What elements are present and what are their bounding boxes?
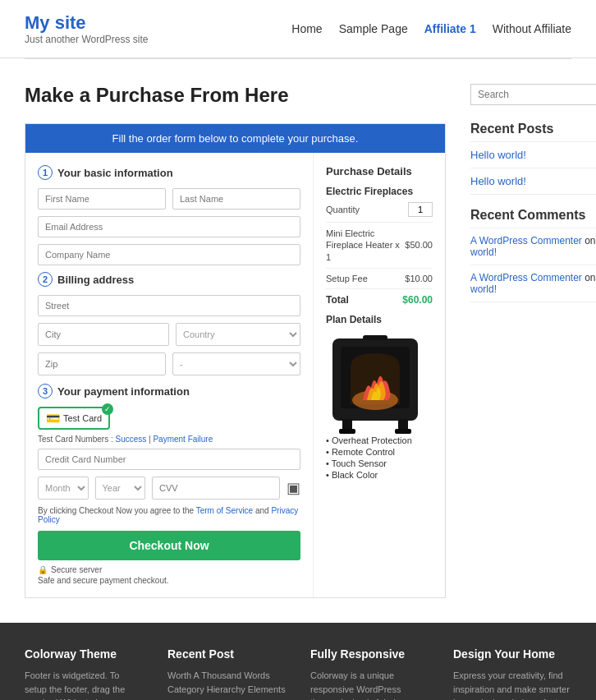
section2-heading: 2 Billing address [38, 272, 300, 287]
feature-list: Overheat Protection Remote Control Touch… [326, 435, 433, 480]
first-name-input[interactable] [38, 188, 166, 210]
purchase-details-title: Purchase Details [326, 165, 433, 177]
card-check-icon: ✓ [102, 403, 113, 415]
product-name: Electric Fireplaces [326, 186, 433, 197]
recent-posts-title: Recent Posts [470, 122, 596, 142]
email-input[interactable] [38, 216, 300, 237]
site-title: My site Just another WordPress site [25, 12, 149, 45]
street-input[interactable] [38, 295, 300, 316]
product-image [326, 330, 424, 429]
card-failure-link[interactable]: Payment Failure [153, 435, 213, 444]
quantity-row: Quantity [326, 202, 433, 217]
feature-item: Black Color [326, 470, 433, 480]
month-select[interactable]: Month [38, 477, 89, 500]
total-row: Total $60.00 [326, 294, 433, 306]
search-box: 🔍 [470, 84, 596, 105]
svg-rect-4 [398, 419, 408, 431]
cvv-icon: ▣ [287, 477, 300, 500]
footer-col-3-text: Express your creativity, find inspiratio… [453, 669, 571, 700]
tos-link[interactable]: Term of Service [196, 506, 253, 515]
year-select[interactable]: Year [95, 477, 146, 500]
svg-rect-7 [363, 335, 387, 340]
content-area: Make a Purchase From Here Fill the order… [25, 84, 446, 598]
footer-col-3-title: Design Your Home [453, 647, 571, 661]
setup-label: Setup Fee [326, 274, 368, 283]
credit-card-input[interactable] [38, 449, 300, 470]
card-success-link[interactable]: Success [115, 435, 146, 444]
sidebar: 🔍 Recent Posts Hello world! Hello world!… [470, 84, 596, 598]
divider1 [326, 222, 433, 223]
comment-author-1[interactable]: A WordPress Commenter [470, 272, 582, 283]
form-right: Purchase Details Electric Fireplaces Qua… [314, 153, 445, 597]
cvv-input[interactable] [152, 477, 280, 500]
footer-col-0-title: Colorway Theme [25, 647, 143, 661]
checkout-button[interactable]: Checkout Now [38, 531, 300, 560]
footer-col-2-text: Colorway is a unique responsive WordPres… [310, 669, 429, 700]
site-tagline: Just another WordPress site [25, 34, 149, 45]
nav-sample-page[interactable]: Sample Page [339, 22, 408, 35]
setup-row: Setup Fee $10.00 [326, 274, 433, 283]
footer-col-0-text: Footer is widgetized. To setup the foote… [25, 669, 143, 700]
svg-rect-5 [339, 429, 355, 434]
order-form: Fill the order form below to complete yo… [25, 123, 446, 598]
footer-col-2-title: Fully Responsive [310, 647, 429, 661]
divider2 [326, 268, 433, 269]
section1-heading: 1 Your basic information [38, 165, 300, 180]
footer-col-1: Recent Post Worth A Thousand Words Categ… [167, 647, 286, 700]
page-title: Make a Purchase From Here [25, 84, 446, 107]
card-numbers-label: Test Card Numbers : [38, 435, 113, 444]
comment-1: A WordPress Commenter on Hello world! [470, 272, 596, 302]
form-body: 1 Your basic information 2 Billing addre… [25, 153, 445, 597]
footer-col-1-title: Recent Post [167, 647, 286, 661]
section2-num: 2 [38, 272, 53, 287]
svg-rect-6 [395, 429, 411, 434]
mini-row: Mini Electric Fireplace Heater x 1 $50.0… [326, 228, 433, 263]
feature-item: Touch Sensor [326, 458, 433, 468]
nav-affiliate1[interactable]: Affiliate 1 [424, 22, 476, 35]
section3-num: 3 [38, 384, 53, 398]
footer-col-3: Design Your Home Express your creativity… [453, 647, 571, 700]
nav-home[interactable]: Home [291, 22, 322, 35]
section3-heading: 3 Your payment information [38, 384, 300, 398]
site-header: My site Just another WordPress site Home… [0, 0, 596, 58]
total-price: $60.00 [402, 294, 433, 306]
city-input[interactable] [38, 323, 169, 346]
main-content: Make a Purchase From Here Fill the order… [0, 59, 596, 623]
footer-col-0: Colorway Theme Footer is widgetized. To … [25, 647, 143, 700]
card-label: Test Card [63, 413, 102, 423]
main-nav: Home Sample Page Affiliate 1 Without Aff… [291, 22, 571, 35]
search-input[interactable] [478, 89, 596, 100]
name-row [38, 188, 300, 210]
footer-main: Colorway Theme Footer is widgetized. To … [0, 623, 596, 700]
section2-title: Billing address [57, 274, 134, 286]
comment-author-0[interactable]: A WordPress Commenter [470, 235, 582, 246]
card-option[interactable]: 💳 Test Card ✓ [38, 407, 110, 430]
expiry-row: Month Year ▣ [38, 477, 300, 500]
feature-item: Remote Control [326, 447, 433, 457]
lock-icon: 🔒 [38, 565, 48, 574]
post-link-1[interactable]: Hello world! [470, 175, 596, 195]
divider3 [326, 288, 433, 289]
site-name: My site [25, 12, 149, 34]
zip-row: - [38, 352, 300, 375]
recent-comments-title: Recent Comments [470, 208, 596, 228]
state-select[interactable]: - [172, 352, 300, 375]
post-link-0[interactable]: Hello world! [470, 149, 596, 168]
last-name-input[interactable] [172, 188, 300, 210]
comment-0: A WordPress Commenter on Hello world! [470, 235, 596, 265]
zip-input[interactable] [38, 352, 166, 375]
country-select[interactable]: Country [176, 323, 300, 346]
section3-title: Your payment information [57, 385, 190, 398]
quantity-label: Quantity [326, 205, 360, 214]
agree-text: By clicking Checkout Now you agree to th… [38, 506, 300, 524]
secure-label: Secure server [51, 565, 102, 574]
secure-row: 🔒 Secure server [38, 565, 300, 574]
safe-text: Safe and secure payment checkout. [38, 576, 300, 585]
mini-price: $50.00 [405, 240, 433, 250]
nav-without-affiliate[interactable]: Without Affiliate [493, 22, 571, 35]
company-input[interactable] [38, 244, 300, 265]
footer: Colorway Theme Footer is widgetized. To … [0, 623, 596, 700]
quantity-input[interactable] [408, 202, 433, 217]
section1-num: 1 [38, 165, 53, 180]
svg-rect-3 [342, 419, 352, 431]
